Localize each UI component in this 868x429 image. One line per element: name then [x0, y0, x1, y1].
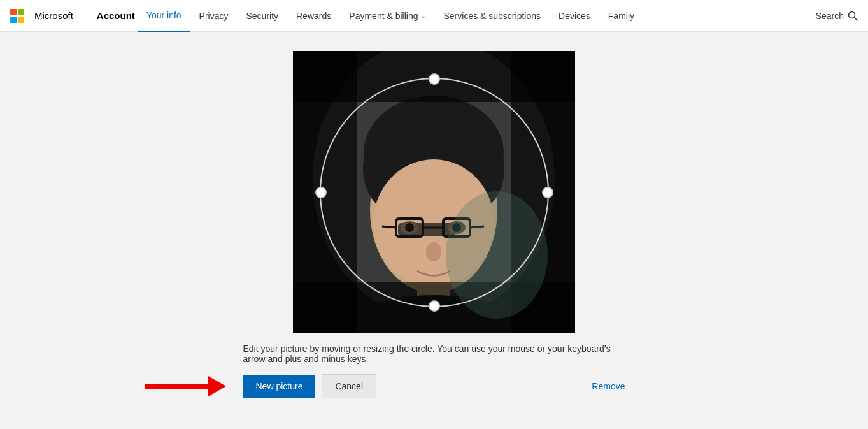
- instruction-text: Edit your picture by moving or resizing …: [243, 344, 625, 364]
- remove-link[interactable]: Remove: [592, 381, 625, 391]
- top-navigation: Microsoft Account Your info Privacy Secu…: [0, 0, 868, 32]
- nav-item-payment-billing[interactable]: Payment & billing ⌄: [340, 0, 434, 32]
- logo-red: [10, 9, 17, 15]
- crop-circle[interactable]: [320, 78, 549, 307]
- arrow-head: [208, 376, 226, 396]
- crop-handle-bottom[interactable]: [429, 300, 440, 312]
- nav-item-security[interactable]: Security: [238, 0, 288, 32]
- new-picture-button[interactable]: New picture: [243, 375, 316, 398]
- main-nav: Your info Privacy Security Rewards Payme…: [138, 0, 816, 32]
- chevron-down-icon: ⌄: [421, 12, 426, 19]
- header-divider: [89, 8, 89, 24]
- arrow-shaft: [145, 384, 208, 389]
- microsoft-logo[interactable]: Microsoft: [10, 9, 73, 23]
- action-button-row: New picture Cancel Remove: [243, 374, 625, 398]
- main-content: Edit your picture by moving or resizing …: [0, 32, 868, 429]
- nav-item-services-subscriptions[interactable]: Services & subscriptions: [435, 0, 550, 32]
- nav-item-rewards[interactable]: Rewards: [287, 0, 340, 32]
- logo-yellow: [18, 17, 24, 23]
- search-button[interactable]: Search: [816, 11, 858, 21]
- cancel-button[interactable]: Cancel: [322, 374, 376, 398]
- ms-logo-grid: [10, 9, 24, 23]
- nav-item-family[interactable]: Family: [599, 0, 643, 32]
- nav-item-your-info[interactable]: Your info: [138, 0, 190, 32]
- search-label: Search: [816, 11, 844, 21]
- microsoft-wordmark: Microsoft: [34, 10, 73, 21]
- crop-handle-left[interactable]: [315, 187, 327, 198]
- nav-item-privacy[interactable]: Privacy: [190, 0, 238, 32]
- red-arrow-indicator: [145, 376, 226, 396]
- account-title: Account: [97, 10, 135, 21]
- search-icon: [848, 11, 858, 21]
- image-editor[interactable]: [293, 51, 575, 333]
- svg-line-1: [855, 17, 858, 20]
- logo-blue: [10, 17, 17, 23]
- crop-handle-top[interactable]: [429, 73, 440, 85]
- nav-item-devices[interactable]: Devices: [550, 0, 599, 32]
- logo-green: [18, 9, 24, 15]
- crop-handle-right[interactable]: [542, 187, 553, 198]
